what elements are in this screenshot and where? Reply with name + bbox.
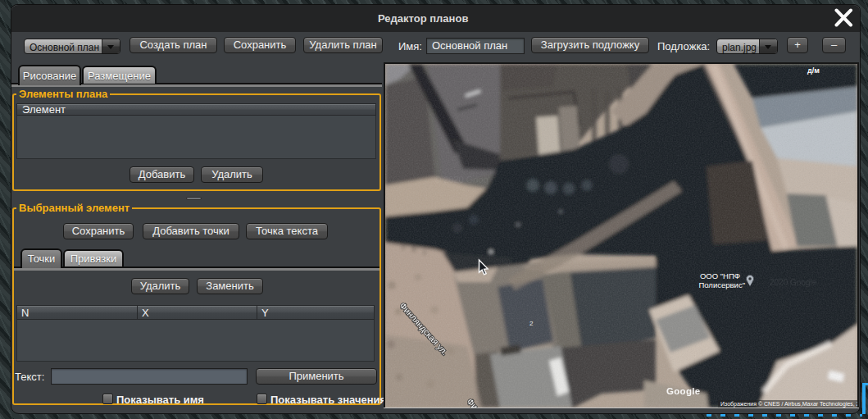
svg-text:Изображения © CNES / Airbus,Ma: Изображения © CNES / Airbus,Maxar Techno… [720,401,857,408]
svg-text:Google: Google [666,386,700,396]
svg-text:ООО "НПФ: ООО "НПФ [700,271,740,280]
svg-text:2: 2 [529,320,534,327]
svg-text:Полисервис": Полисервис" [698,280,745,289]
svg-text:д/м: д/м [807,66,820,75]
svg-text:© 2020 Goog: © 2020 Goog [434,175,489,184]
svg-text:2020 Google: 2020 Google [770,278,817,287]
